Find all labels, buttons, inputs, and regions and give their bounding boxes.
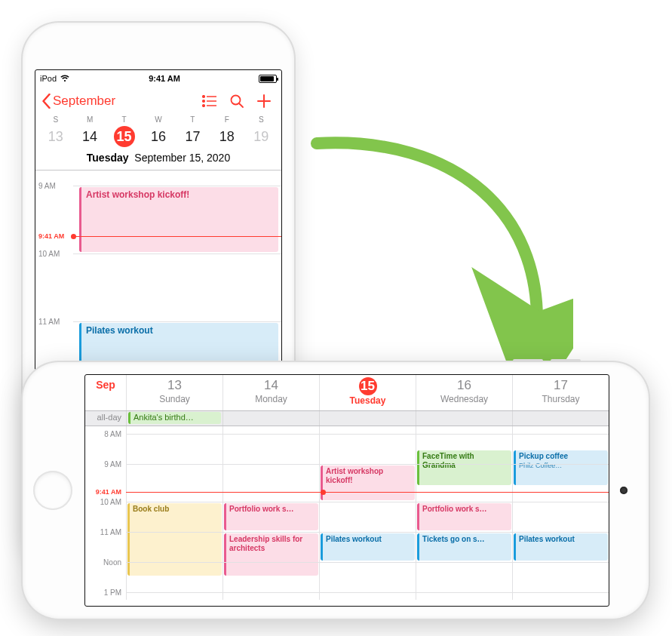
now-label: 9:41 AM [38, 232, 70, 240]
selected-date-full: September 15, 2020 [134, 152, 230, 164]
month-label[interactable]: Sep [85, 375, 126, 410]
allday-row: all-day Ankita's birthd… [85, 411, 609, 426]
event-title: Pilates workout [326, 535, 382, 543]
day-column-header[interactable]: 14Monday [222, 375, 319, 410]
search-icon[interactable] [226, 94, 248, 109]
event-portfolio[interactable]: Portfolio work s… [417, 503, 511, 530]
event-tickets[interactable]: Tickets go on s… [417, 533, 511, 561]
navigation-bar: September [35, 87, 281, 115]
status-time: 9:41 AM [149, 74, 180, 83]
dow-label: M [72, 115, 106, 124]
event-facetime[interactable]: FaceTime with Grandma [417, 450, 511, 485]
day-number-today[interactable]: 15 [114, 126, 135, 147]
hour-label: 10 AM [100, 498, 121, 506]
hour-label: 1 PM [104, 588, 121, 597]
day-column-thursday[interactable]: Pickup coffeePhilz Coffee… Pilates worko… [512, 426, 609, 600]
dow-label: S [244, 115, 278, 124]
front-camera [620, 487, 628, 494]
day-number[interactable]: 17 [176, 126, 210, 147]
day-number[interactable]: 19 [244, 126, 278, 147]
event-portfolio[interactable]: Portfolio work s… [224, 503, 318, 530]
dow-label: W [141, 115, 175, 124]
selected-date: Tuesday September 15, 2020 [35, 147, 281, 170]
hour-label: 8 AM [104, 430, 121, 438]
hour-label: 9 AM [104, 460, 121, 469]
day-column-header-today[interactable]: 15Tuesday [319, 375, 416, 410]
svg-point-4 [203, 105, 205, 107]
hour-label: 9 AM [38, 182, 56, 190]
event-title: Pilates workout [86, 325, 153, 336]
ipod-landscape: Sep 13Sunday 14Monday 15Tuesday 16Wednes… [23, 362, 649, 619]
event-title: Pickup coffee [519, 452, 568, 460]
event-title: Portfolio work s… [422, 505, 487, 513]
landscape-screen: Sep 13Sunday 14Monday 15Tuesday 16Wednes… [84, 374, 609, 607]
svg-point-0 [203, 96, 205, 98]
week-header-landscape: Sep 13Sunday 14Monday 15Tuesday 16Wednes… [85, 375, 609, 411]
event-artist-workshop[interactable]: Artist workshop kickoff! [79, 187, 278, 252]
now-label: 9:41 AM [85, 488, 126, 496]
carrier-label: iPod [40, 74, 57, 83]
event-allday-birthday[interactable]: Ankita's birthd… [128, 412, 221, 424]
battery-icon [259, 75, 277, 83]
day-number[interactable]: 18 [210, 126, 244, 147]
hour-label: Noon [103, 558, 121, 567]
hour-label: 11 AM [38, 318, 60, 326]
svg-point-6 [232, 96, 241, 105]
home-button[interactable] [33, 471, 72, 510]
chevron-left-icon [41, 94, 51, 109]
day-column-header[interactable]: 16Wednesday [416, 375, 512, 410]
svg-point-2 [203, 100, 205, 103]
time-gutter: 8 AM 9 AM 10 AM 11 AM Noon 1 PM [85, 426, 126, 600]
event-leadership[interactable]: Leadership skills for architects [224, 533, 318, 576]
event-subtitle: Philz Coffee… [519, 461, 605, 470]
view-list-icon[interactable] [198, 95, 221, 107]
add-event-icon[interactable] [253, 94, 275, 109]
day-number[interactable]: 13 [38, 126, 72, 147]
hour-label: 10 AM [38, 250, 60, 258]
dow-label: S [38, 115, 72, 124]
day-column-wednesday[interactable]: FaceTime with Grandma Portfolio work s… … [416, 426, 512, 600]
current-time-indicator: 9:41 AM [85, 488, 609, 496]
back-button[interactable]: September [41, 94, 194, 109]
event-title: Artist workshop kickoff! [326, 467, 383, 484]
dow-label: T [176, 115, 210, 124]
allday-label: all-day [85, 411, 126, 426]
wifi-icon [60, 75, 70, 82]
dow-label: F [210, 115, 244, 124]
back-label: September [53, 94, 115, 109]
day-number[interactable]: 14 [72, 126, 106, 147]
status-bar: iPod 9:41 AM [35, 70, 281, 87]
event-title: Artist workshop kickoff! [86, 189, 189, 200]
day-column-header[interactable]: 13Sunday [126, 375, 222, 410]
day-column-header[interactable]: 17Thursday [512, 375, 609, 410]
svg-line-7 [240, 104, 244, 108]
event-title: Pilates workout [519, 535, 575, 543]
event-pickup-coffee[interactable]: Pickup coffeePhilz Coffee… [514, 450, 608, 485]
hour-label: 11 AM [100, 528, 121, 536]
event-book-club[interactable]: Book club [127, 503, 222, 576]
day-column-tuesday[interactable]: Artist workshop kickoff! Pilates workout [319, 426, 416, 600]
event-pilates[interactable]: Pilates workout [514, 533, 608, 561]
current-time-indicator: 9:41 AM [38, 232, 281, 240]
dow-label: T [107, 115, 141, 124]
event-title: Tickets go on s… [422, 535, 485, 543]
event-title: Portfolio work s… [229, 505, 294, 513]
week-header: S13 M14 T15 W16 T17 F18 S19 [35, 115, 281, 147]
event-title: Book club [133, 505, 169, 513]
event-title: Leadership skills for architects [229, 535, 302, 552]
rotation-arrow [302, 121, 573, 377]
selected-dow: Tuesday [87, 152, 129, 164]
day-column-monday[interactable]: Portfolio work s… Leadership skills for … [222, 426, 319, 600]
event-title: FaceTime with Grandma [422, 452, 474, 469]
day-number[interactable]: 16 [141, 126, 175, 147]
event-pilates[interactable]: Pilates workout [321, 533, 415, 561]
day-column-sunday[interactable]: Book club [126, 426, 222, 600]
week-grid[interactable]: 8 AM 9 AM 10 AM 11 AM Noon 1 PM Book clu… [85, 426, 609, 600]
